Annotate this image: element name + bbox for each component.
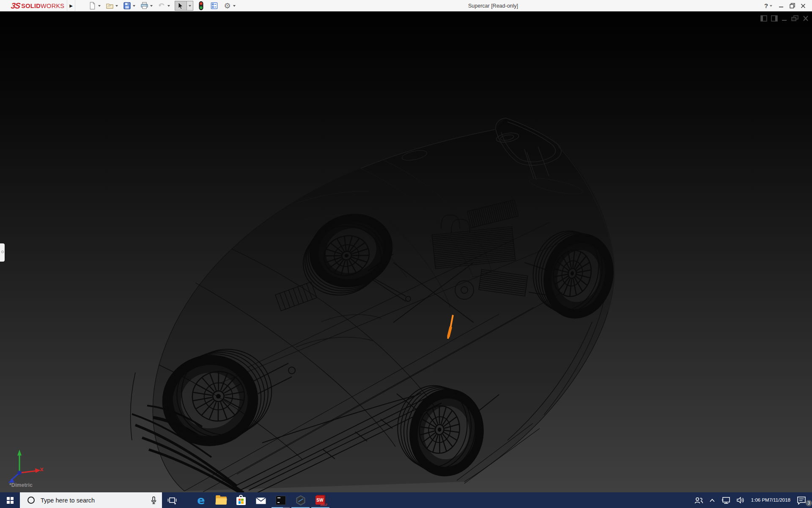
speaker-icon [736,497,745,504]
command-prompt-icon [276,496,286,505]
network-icon [721,497,730,504]
traffic-light-icon [198,1,204,10]
orientation-triad [3,447,44,486]
people-button[interactable] [691,492,706,508]
taskbar-app-command-prompt[interactable] [271,492,291,508]
panel-tab-dot-icon [1,251,4,253]
task-view-icon [167,496,177,505]
volume-button[interactable] [733,492,748,508]
select-cursor-icon [177,2,184,10]
clock-date: 7/11/2018 [769,497,790,503]
minimize-icon [779,3,784,8]
doc-restore-icon[interactable] [791,15,799,22]
task-view-button[interactable] [162,492,182,508]
start-button[interactable] [0,492,20,508]
list-icon [210,2,218,10]
graphics-viewport[interactable]: *Dimetric [0,11,812,492]
panel-left-icon[interactable] [760,15,767,22]
view-orientation-label: *Dimetric [9,482,33,488]
taskbar-app-file-explorer[interactable] [211,492,231,508]
titlebar: 3S SOLIDWORKS ▶ [0,0,812,11]
hexagon-app-icon [295,495,306,506]
undo-icon [158,2,166,10]
window-title: Supercar [Read-only] [468,0,518,11]
save-dropdown[interactable] [133,5,135,7]
notification-badge: 3 [806,500,812,506]
taskbar-app-edge[interactable]: e [191,492,211,508]
taskbar-search[interactable]: Type here to search [20,492,162,508]
window-controls: ? [763,0,809,11]
hidden-icons-button[interactable] [706,492,718,508]
file-explorer-icon [216,497,227,505]
help-button[interactable]: ? [763,0,776,11]
minimize-button[interactable] [776,0,787,11]
microphone-icon[interactable] [151,496,157,505]
taskbar-app-hexagon[interactable] [291,492,310,508]
doc-close-icon[interactable] [803,15,809,22]
options-dropdown[interactable] [233,5,236,7]
windows-logo-icon [7,497,13,503]
select-tool-group [175,1,193,11]
open-dropdown[interactable] [115,5,118,7]
new-document-icon [88,2,96,10]
network-button[interactable] [718,492,733,508]
action-center-icon [797,496,806,505]
print-button[interactable] [140,1,149,10]
options-button[interactable]: ⚙ [223,1,232,10]
search-placeholder: Type here to search [41,497,151,504]
taskbar-app-mail[interactable] [251,492,271,508]
mail-icon [255,496,266,505]
menu-flyout-arrow[interactable]: ▶ [67,0,75,11]
people-icon [694,497,703,504]
car-wireframe [0,11,812,492]
taskbar: Type here to search e [0,492,812,508]
undo-dropdown[interactable] [167,5,170,7]
system-tray: 1:06 PM 7/11/2018 3 [691,492,812,508]
taskbar-app-store[interactable] [231,492,251,508]
open-folder-icon [106,2,114,10]
select-tool-button[interactable] [175,1,187,10]
select-tool-dropdown[interactable] [187,1,193,10]
rebuild-indicator-button[interactable] [197,1,206,10]
help-dropdown [770,5,772,7]
restore-icon [790,3,795,8]
taskbar-app-solidworks[interactable]: SW 2017 [310,492,330,508]
print-icon [140,2,148,10]
chevron-up-icon [709,498,715,502]
quick-access-toolbar: ⚙ [88,0,240,11]
restore-button[interactable] [787,0,798,11]
solidworks-icon: SW 2017 [315,495,326,505]
save-button[interactable] [123,1,132,10]
edge-icon: e [197,494,205,506]
panel-right-icon[interactable] [771,15,778,22]
clock-time: 1:06 PM [751,497,769,503]
close-button[interactable] [798,0,809,11]
gear-icon: ⚙ [224,2,230,10]
save-floppy-icon [123,2,131,10]
doc-minimize-icon[interactable] [782,15,787,22]
ds-logo-mark: 3S [10,1,20,11]
action-center-button[interactable]: 3 [794,492,812,508]
document-window-controls [760,15,809,22]
new-document-button[interactable] [88,1,97,10]
print-dropdown[interactable] [150,5,153,7]
display-options-button[interactable] [210,1,219,10]
solidworks-logo: 3S SOLIDWORKS [11,0,64,11]
cortana-ring-icon [27,497,35,504]
close-icon [801,3,806,8]
new-document-dropdown[interactable] [98,5,101,7]
open-button[interactable] [105,1,114,10]
taskbar-clock[interactable]: 1:06 PM 7/11/2018 [748,492,794,508]
collapsed-panel-tab[interactable] [0,243,5,262]
undo-button[interactable] [157,1,166,10]
store-icon [236,497,246,505]
